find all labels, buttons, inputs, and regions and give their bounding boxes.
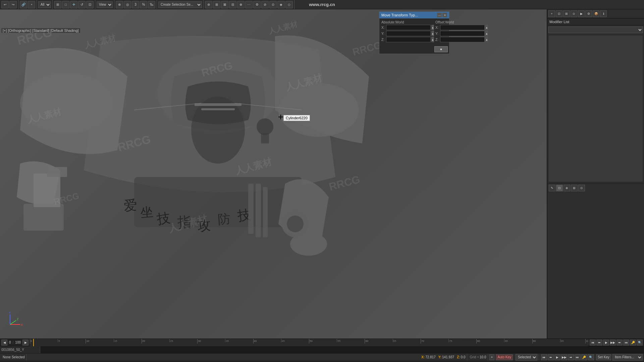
abs-x-input[interactable] (386, 25, 431, 30)
prev-frame-btn[interactable]: ⬅ (596, 340, 602, 346)
timeline-track[interactable]: 0 5 10 15 20 25 30 35 40 45 50 55 60 65 … (30, 339, 588, 346)
modifier-dropdown[interactable] (548, 26, 643, 33)
off-x-input[interactable] (440, 25, 485, 30)
tool4-btn[interactable]: ⊟ (229, 1, 236, 8)
tool2-btn[interactable]: ⊞ (213, 1, 220, 8)
status-playback: ⏮ ⬅ ▶ ▶▶ ➡ ⏭ 🔑 🔍 (540, 354, 595, 360)
content-row: [+] [Orthographic] [Standard] [Default S… (0, 9, 644, 339)
add-key-btn[interactable]: + (489, 354, 495, 360)
undo-button[interactable]: ↩ (1, 1, 9, 8)
info-btn[interactable]: ℹ (600, 10, 607, 17)
tool10-btn[interactable]: ◈ (277, 1, 285, 8)
move-btn[interactable]: ✛ (70, 1, 77, 8)
svg-text:技: 技 (156, 210, 171, 227)
tick-80: 80 (476, 339, 480, 344)
status-keyframe[interactable]: 🔑 (581, 354, 587, 360)
svg-text:坐: 坐 (140, 205, 154, 220)
tool11-btn[interactable]: ◇ (285, 1, 293, 8)
mod-icon2[interactable]: ⊡ (556, 185, 563, 191)
select-region-btn[interactable]: □ (62, 1, 69, 8)
grid-label: Grid = (470, 355, 479, 359)
dialog-minimize-btn[interactable]: — (437, 13, 442, 17)
abs-z-spinner[interactable]: ▲ (431, 37, 434, 42)
scale-btn[interactable]: ⊡ (86, 1, 94, 8)
go-start-btn[interactable]: ⏮ (590, 340, 596, 346)
item-filters-select[interactable]: Item Filters... (612, 354, 643, 361)
snap-btn[interactable]: ⊕ (116, 1, 123, 8)
tools-group: ⊛ ⊞ ⊠ ⊟ ⊕ ⋯ ⚙ ⊘ ⊙ ◈ ◇ (205, 0, 294, 9)
abs-y-input[interactable] (386, 31, 431, 36)
tool9-btn[interactable]: ⊙ (269, 1, 277, 8)
dialog-close-btn[interactable]: ✕ (442, 13, 447, 17)
frame-next-btn[interactable]: ▶ (22, 340, 29, 346)
selected-dropdown[interactable]: Selected (516, 354, 537, 361)
tool8-btn[interactable]: ⊘ (261, 1, 269, 8)
tool6-btn[interactable]: ⋯ (245, 1, 253, 8)
viewport-area[interactable]: [+] [Orthographic] [Standard] [Default S… (0, 9, 547, 339)
transform-color-btn[interactable]: ■ (434, 46, 448, 52)
bind-btn[interactable]: ⊡ (556, 10, 562, 17)
status-go-end[interactable]: ⏭ (575, 354, 581, 360)
tool7-btn[interactable]: ⚙ (253, 1, 261, 8)
create-btn[interactable]: + (548, 10, 555, 17)
auto-key-btn[interactable]: Auto Key (496, 354, 513, 360)
rotate-btn[interactable]: ↺ (78, 1, 86, 8)
off-x-spinner[interactable]: ▲ (485, 25, 488, 30)
off-z-input[interactable] (440, 37, 485, 42)
set-key-btn[interactable]: Set Key (596, 354, 611, 360)
modifier-list-content (549, 36, 643, 182)
mod-icon5[interactable]: ⊙ (578, 185, 585, 191)
tool1-btn[interactable]: ⊛ (205, 1, 212, 8)
abs-x-row: X: ▲ (381, 25, 434, 30)
utilities-btn[interactable]: ⚙ (585, 10, 592, 17)
tool5-btn[interactable]: ⊕ (237, 1, 245, 8)
snap3-btn[interactable]: 3 (132, 1, 139, 8)
link-button[interactable]: 🔗 (20, 1, 27, 8)
redo-button[interactable]: ↪ (9, 1, 17, 8)
off-z-spinner[interactable]: ▲ (485, 37, 488, 42)
motion-btn[interactable]: ▶ (578, 10, 585, 17)
mod-icon1[interactable]: ✎ (549, 185, 555, 191)
go-end-btn[interactable]: ⏭ (623, 340, 629, 346)
create-selection-select[interactable]: Create Selection Se... (158, 1, 202, 8)
status-search[interactable]: 🔍 (588, 354, 594, 360)
selection-mode-select[interactable]: All (38, 1, 51, 8)
status-next[interactable]: ➡ (568, 354, 574, 360)
link2-button[interactable]: ⌖ (28, 1, 35, 8)
view-select[interactable]: View (97, 1, 113, 8)
mod-icon4[interactable]: ⊞ (571, 185, 578, 191)
display-btn[interactable]: ⊙ (571, 10, 577, 17)
abs-z-input[interactable] (386, 37, 431, 42)
search-btn[interactable]: 🔍 (637, 340, 643, 346)
keyframe-btn[interactable]: 🔑 (630, 340, 636, 346)
snap4-btn[interactable]: % (140, 1, 147, 8)
view-group: View (97, 0, 114, 9)
select-object-btn[interactable]: ⊞ (54, 1, 61, 8)
status-play-fwd[interactable]: ▶▶ (561, 354, 567, 360)
play-fwd-btn[interactable]: ▶▶ (610, 340, 616, 346)
off-y-input[interactable] (440, 31, 485, 36)
hierarchy-btn[interactable]: ⊞ (563, 10, 570, 17)
play-btn[interactable]: ▶ (603, 340, 609, 346)
track-timeline-area[interactable] (40, 346, 644, 353)
abs-y-spinner[interactable]: ▲ (431, 31, 434, 36)
frame-prev-btn[interactable]: ◀ (1, 340, 7, 346)
none-selected-item: None Selected (1, 354, 26, 361)
transform-dialog-header[interactable]: Move Transform Typ... — ✕ (379, 12, 449, 18)
right-panel-empty (547, 193, 644, 339)
snap5-btn[interactable]: ‰ (148, 1, 155, 8)
off-y-spinner[interactable]: ▲ (485, 31, 488, 36)
status-prev[interactable]: ⬅ (548, 354, 554, 360)
next-frame-btn[interactable]: ➡ (616, 340, 623, 346)
status-play[interactable]: ▶ (554, 354, 560, 360)
svg-text:攻: 攻 (197, 217, 211, 233)
snap2-btn[interactable]: ◎ (124, 1, 131, 8)
modifier-dropdown-area (547, 25, 644, 34)
tool3-btn[interactable]: ⊠ (221, 1, 228, 8)
status-go-start[interactable]: ⏮ (541, 354, 547, 360)
mod-icon3[interactable]: ⊕ (564, 185, 570, 191)
set-key-label: Set Key (598, 355, 609, 359)
asset-btn[interactable]: 📦 (593, 10, 599, 17)
off-y-row: Y: ▲ (435, 31, 488, 36)
abs-x-spinner[interactable]: ▲ (431, 25, 434, 30)
